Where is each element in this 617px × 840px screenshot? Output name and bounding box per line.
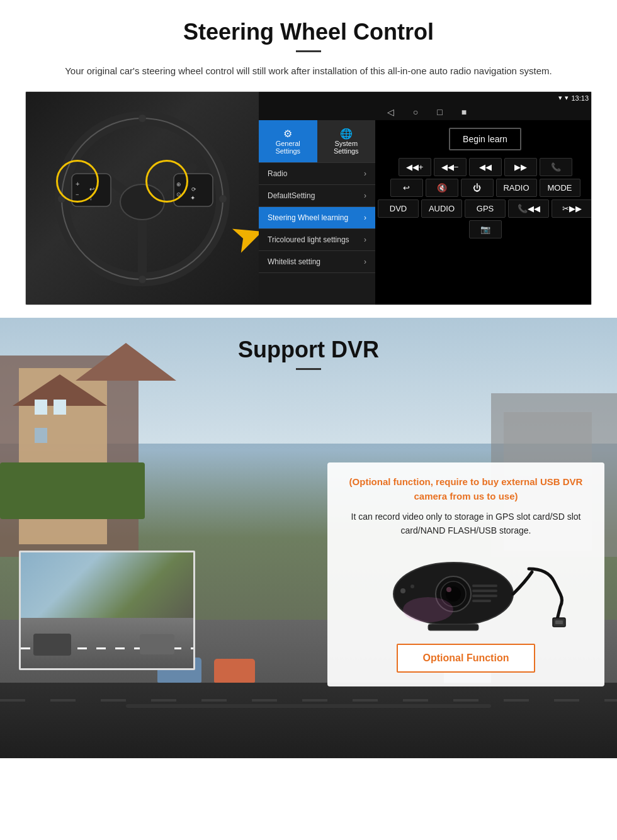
menu-item-steering-wheel[interactable]: Steering Wheel learning › <box>259 207 375 229</box>
ctrl-audio[interactable]: AUDIO <box>421 199 462 218</box>
dvr-optional-warning: (Optional function, require to buy exter… <box>341 475 591 503</box>
control-row-1: ◀◀+ ◀◀− ◀◀ ▶▶ 📞 <box>378 158 592 176</box>
page-title: Steering Wheel Control <box>25 19 592 45</box>
android-navbar: ◁ ○ □ ■ <box>259 104 592 120</box>
thumb-car-2 <box>140 634 174 654</box>
general-settings-icon: ⚙ <box>264 128 312 140</box>
dvr-section-title: Support DVR <box>0 337 617 363</box>
svg-point-28 <box>410 585 414 588</box>
begin-learn-button[interactable]: Begin learn <box>449 128 521 150</box>
dvr-title-area: Support DVR <box>0 337 617 370</box>
chevron-right-icon: › <box>364 235 366 244</box>
window-2 <box>54 400 66 415</box>
dvr-title-divider <box>296 368 321 370</box>
dvr-body-description: It can record video only to storage in G… <box>341 510 591 538</box>
ctrl-hangup[interactable]: ↩ <box>390 179 423 197</box>
control-row-2: ↩ 🔇 ⏻ RADIO MODE <box>378 179 592 197</box>
car-2 <box>214 659 255 683</box>
chevron-right-icon: › <box>364 213 366 222</box>
thumb-car-1 <box>33 634 71 656</box>
thumb-scene <box>21 552 193 622</box>
svg-rect-30 <box>472 590 497 592</box>
right-button-highlight <box>145 160 188 203</box>
steering-control-panel: Begin learn ◀◀+ ◀◀− ◀◀ ▶▶ 📞 ↩ 🔇 ⏻ <box>375 120 592 305</box>
left-button-highlight <box>56 160 99 203</box>
tab-system-settings[interactable]: 🌐 System Settings <box>317 120 376 162</box>
dvr-thumbnail <box>19 551 195 670</box>
begin-learn-row: Begin learn <box>378 123 592 155</box>
ctrl-dvd[interactable]: DVD <box>378 199 419 218</box>
svg-point-34 <box>403 597 453 622</box>
car-interior <box>0 683 617 758</box>
chevron-right-icon: › <box>364 191 366 200</box>
ctrl-cut-next[interactable]: ✂▶▶ <box>552 199 592 218</box>
dvr-camera-image <box>341 547 591 635</box>
statusbar-icons: ▾ ▾ 13:13 <box>558 94 589 102</box>
svg-rect-31 <box>472 595 497 597</box>
system-settings-icon: 🌐 <box>322 128 371 140</box>
tab-general-settings[interactable]: ⚙ General Settings <box>259 120 317 162</box>
svg-rect-32 <box>472 600 491 602</box>
chevron-right-icon: › <box>364 257 366 266</box>
control-row-4: 📷 <box>378 220 592 238</box>
ctrl-gps[interactable]: GPS <box>465 199 506 218</box>
android-ui-panel: ▾ ▾ 13:13 ◁ ○ □ ■ <box>259 92 592 305</box>
section-description: Your original car's steering wheel contr… <box>38 64 579 79</box>
optional-function-button[interactable]: Optional Function <box>397 644 536 673</box>
window-1 <box>35 400 47 415</box>
svg-rect-21 <box>555 620 563 624</box>
svg-point-17 <box>219 195 227 203</box>
window-3 <box>35 428 47 443</box>
ctrl-camera[interactable]: 📷 <box>469 220 502 238</box>
dvr-info-card: (Optional function, require to buy exter… <box>327 462 604 686</box>
clock: 13:13 <box>571 94 589 102</box>
ctrl-vol-up[interactable]: ◀◀+ <box>399 158 431 176</box>
nav-recents[interactable]: □ <box>437 107 442 117</box>
chevron-right-icon: › <box>364 169 366 178</box>
menu-item-whitelist[interactable]: Whitelist setting › <box>259 251 375 273</box>
steering-wheel-photo: + − ↩ ↕ ⊕ ⊙ ⟳ ✦ ➤ <box>26 92 259 305</box>
svg-rect-29 <box>472 585 497 587</box>
svg-point-27 <box>400 588 405 593</box>
signal-icon: ▾ <box>558 94 562 102</box>
control-row-3: DVD AUDIO GPS 📞◀◀ ✂▶▶ <box>378 199 592 218</box>
hedge <box>0 462 145 519</box>
nav-back[interactable]: ◁ <box>387 107 394 117</box>
ctrl-power[interactable]: ⏻ <box>461 179 494 197</box>
ctrl-prev-track[interactable]: ◀◀ <box>469 158 502 176</box>
menu-item-default-setting[interactable]: DefaultSetting › <box>259 185 375 207</box>
ctrl-mute[interactable]: 🔇 <box>426 179 458 197</box>
nav-home[interactable]: ○ <box>413 107 418 117</box>
ctrl-phone-prev[interactable]: 📞◀◀ <box>508 199 549 218</box>
ctrl-radio[interactable]: RADIO <box>496 179 537 197</box>
dashboard-line <box>126 704 491 708</box>
menu-items-list: Radio › DefaultSetting › Steering Wheel … <box>259 163 375 305</box>
steering-section: Steering Wheel Control Your original car… <box>0 0 617 305</box>
ctrl-phone[interactable]: 📞 <box>540 158 572 176</box>
svg-point-16 <box>139 115 146 122</box>
dvr-section: Support DVR (Optional function, require … <box>0 318 617 758</box>
settings-menu-panel: ⚙ General Settings 🌐 System Settings <box>259 120 375 305</box>
steering-ui-container: + − ↩ ↕ ⊕ ⊙ ⟳ ✦ ➤ <box>25 91 592 305</box>
android-body: ⚙ General Settings 🌐 System Settings <box>259 120 592 305</box>
ctrl-mode[interactable]: MODE <box>540 179 580 197</box>
svg-text:✦: ✦ <box>190 194 195 201</box>
title-divider <box>296 50 321 52</box>
svg-rect-33 <box>428 624 478 630</box>
android-statusbar: ▾ ▾ 13:13 <box>259 92 592 104</box>
dvr-background: Support DVR (Optional function, require … <box>0 318 617 758</box>
nav-screenshot[interactable]: ■ <box>461 107 467 117</box>
ctrl-vol-down[interactable]: ◀◀− <box>434 158 467 176</box>
menu-item-radio[interactable]: Radio › <box>259 163 375 185</box>
menu-item-tricoloured[interactable]: Tricoloured light settings › <box>259 229 375 251</box>
wifi-icon: ▾ <box>565 94 569 102</box>
svg-point-19 <box>139 276 146 283</box>
svg-text:⟳: ⟳ <box>191 186 196 193</box>
svg-point-26 <box>446 587 451 592</box>
ctrl-next-track[interactable]: ▶▶ <box>504 158 537 176</box>
